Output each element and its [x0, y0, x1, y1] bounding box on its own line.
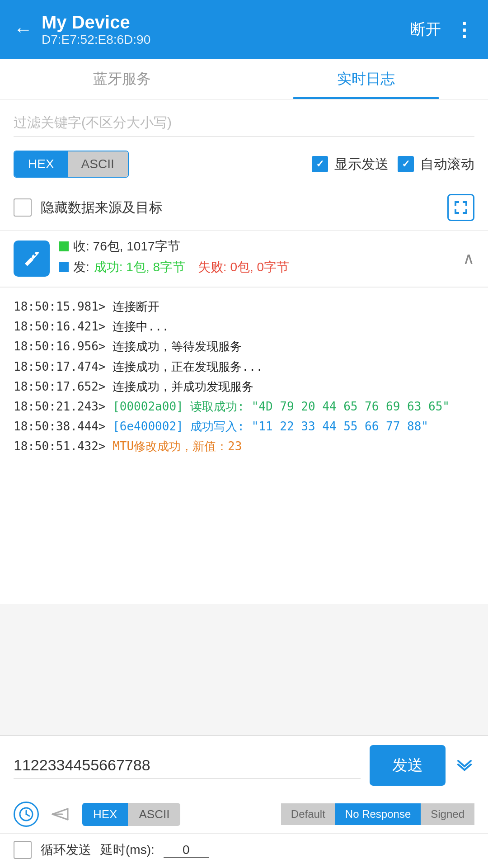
send-fail-sep — [190, 260, 193, 274]
show-send-label: 显示发送 — [334, 155, 389, 174]
device-name: My Device — [42, 12, 150, 33]
log-ts-3: 18:50:16.956> — [14, 340, 106, 353]
auto-scroll-group: 自动滚动 — [398, 155, 474, 174]
log-ts-6: 18:50:21.243> — [14, 400, 106, 413]
delay-label: 延时(ms): — [100, 841, 155, 859]
default-button[interactable]: Default — [281, 803, 335, 825]
send-input[interactable] — [14, 752, 361, 779]
tab-bar: 蓝牙服务 实时日志 — [0, 59, 488, 99]
loop-row: 循环发送 延时(ms): — [0, 834, 488, 868]
bottom-ascii-button[interactable]: ASCII — [128, 803, 180, 826]
bottom-panel: 发送 HEX ASCII — [0, 735, 488, 868]
send-success: 成功: 1包, 8字节 — [94, 259, 185, 276]
show-send-checkbox[interactable] — [312, 156, 328, 172]
hide-source-checkbox[interactable] — [14, 198, 32, 217]
log-ts-2: 18:50:16.421> — [14, 320, 106, 333]
back-button[interactable]: ← — [14, 19, 33, 40]
filter-input[interactable] — [14, 108, 474, 137]
hide-source-row: 隐藏数据来源及目标 — [0, 187, 488, 231]
send-fail: 失败: 0包, 0字节 — [198, 259, 289, 276]
log-area: 18:50:15.981> 连接断开 18:50:16.421> 连接中... … — [0, 288, 488, 604]
recv-stats: 收: 76包, 1017字节 — [73, 238, 180, 255]
log-line-8: 18:50:51.432> MTU修改成功，新值：23 — [14, 436, 474, 456]
send-icon-button[interactable] — [48, 802, 73, 827]
svg-line-4 — [52, 814, 68, 820]
loop-label: 循环发送 — [41, 841, 91, 859]
device-address: D7:E7:52:E8:6D:90 — [42, 33, 150, 47]
send-dot — [59, 262, 69, 272]
wrench-icon — [14, 241, 50, 277]
hex-button[interactable]: HEX — [14, 151, 68, 177]
ascii-button[interactable]: ASCII — [68, 151, 128, 177]
send-row: 发送 — [0, 736, 488, 795]
svg-line-3 — [52, 809, 68, 814]
bottom-encoding-toggle: HEX ASCII — [82, 803, 180, 826]
send-expand-button[interactable] — [455, 754, 474, 778]
log-line-5: 18:50:17.652> 连接成功，并成功发现服务 — [14, 377, 474, 396]
auto-scroll-label: 自动滚动 — [420, 155, 474, 174]
send-label: 发: — [73, 259, 89, 276]
encoding-toggle: HEX ASCII — [14, 151, 129, 178]
log-ts-1: 18:50:15.981> — [14, 300, 106, 313]
response-type-group: Default No Response Signed — [281, 803, 474, 825]
log-ts-8: 18:50:51.432> — [14, 439, 106, 453]
no-response-button[interactable]: No Response — [335, 803, 421, 825]
log-line-3: 18:50:16.956> 连接成功，等待发现服务 — [14, 336, 474, 356]
hide-source-label: 隐藏数据来源及目标 — [41, 198, 438, 217]
log-line-7: 18:50:38.444> [6e400002] 成功写入: "11 22 33… — [14, 416, 474, 436]
log-text-8: MTU修改成功，新值：23 — [113, 439, 242, 453]
log-ts-7: 18:50:38.444> — [14, 420, 106, 433]
tab-bluetooth-service[interactable]: 蓝牙服务 — [0, 59, 244, 99]
log-ts-5: 18:50:17.652> — [14, 380, 106, 393]
app-header: ← My Device D7:E7:52:E8:6D:90 断开 ⋮ — [0, 0, 488, 59]
log-line-4: 18:50:17.474> 连接成功，正在发现服务... — [14, 357, 474, 377]
auto-scroll-checkbox[interactable] — [398, 156, 414, 172]
send-button[interactable]: 发送 — [370, 745, 446, 786]
controls-row: HEX ASCII 显示发送 自动滚动 — [0, 142, 488, 187]
log-text-3: 连接成功，等待发现服务 — [113, 340, 242, 353]
log-text-6: [00002a00] 读取成功: "4D 79 20 44 65 76 69 6… — [113, 400, 450, 413]
log-line-2: 18:50:16.421> 连接中... — [14, 316, 474, 336]
log-line-1: 18:50:15.981> 连接断开 — [14, 297, 474, 316]
stats-text: 收: 76包, 1017字节 发: 成功: 1包, 8字节 失败: 0包, 0字… — [59, 238, 454, 279]
show-send-group: 显示发送 — [312, 155, 389, 174]
collapse-arrow[interactable]: ∧ — [463, 249, 474, 268]
log-text-7: [6e400002] 成功写入: "11 22 33 44 55 66 77 8… — [113, 420, 428, 433]
delay-input[interactable] — [164, 843, 209, 858]
history-button[interactable] — [14, 802, 39, 827]
log-text-5: 连接成功，并成功发现服务 — [113, 380, 253, 393]
svg-line-2 — [26, 814, 29, 816]
log-text-4: 连接成功，正在发现服务... — [113, 360, 263, 373]
stats-row: 收: 76包, 1017字节 发: 成功: 1包, 8字节 失败: 0包, 0字… — [0, 231, 488, 288]
recv-dot — [59, 241, 69, 251]
log-ts-4: 18:50:17.474> — [14, 360, 106, 373]
log-line-6: 18:50:21.243> [00002a00] 读取成功: "4D 79 20… — [14, 396, 474, 416]
signed-button[interactable]: Signed — [421, 803, 474, 825]
log-text-2: 连接中... — [113, 320, 169, 333]
log-text-1: 连接断开 — [113, 300, 160, 313]
loop-checkbox[interactable] — [14, 841, 32, 859]
tab-realtime-log[interactable]: 实时日志 — [244, 59, 488, 99]
expand-button[interactable] — [447, 194, 474, 221]
disconnect-button[interactable]: 断开 — [410, 19, 441, 40]
bottom-controls-row: HEX ASCII Default No Response Signed — [0, 795, 488, 834]
filter-section — [0, 99, 488, 142]
bottom-hex-button[interactable]: HEX — [82, 803, 128, 826]
more-menu-button[interactable]: ⋮ — [455, 19, 474, 41]
